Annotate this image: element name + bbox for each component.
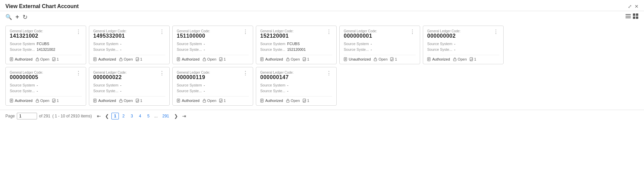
edit-num: 1 <box>57 99 59 103</box>
card-footer: Authorized Open 1 <box>260 55 332 61</box>
edit-icon <box>303 57 307 61</box>
edit-icon <box>52 57 56 61</box>
card-menu-button[interactable]: ⋮ <box>326 71 332 76</box>
page-2-btn[interactable]: 2 <box>120 113 127 119</box>
gl-label: General Ledger Code: <box>260 71 294 74</box>
close-icon[interactable]: ✕ <box>635 4 639 9</box>
page-input[interactable] <box>17 113 37 119</box>
source-syste-label: Source Syste... <box>260 47 287 52</box>
view-toggle <box>625 13 639 21</box>
source-system-val: FCUBS <box>287 41 300 47</box>
last-page-btn[interactable]: ⇥ <box>180 113 188 119</box>
page-header: View External Chart Account ⤢ ✕ <box>0 0 644 11</box>
card-menu-button[interactable]: ⋮ <box>75 29 82 35</box>
svg-rect-47 <box>36 100 39 102</box>
edit-badge: 1 <box>219 99 226 103</box>
gl-label: General Ledger Code: <box>10 29 43 33</box>
card-0-5: General Ledger Code: 000000002 ⋮ Source … <box>423 26 504 64</box>
source-system-val: - <box>120 82 122 88</box>
card-0-3: General Ledger Code: 152120001 ⋮ Source … <box>256 26 337 64</box>
status-text: Authorized <box>265 99 283 103</box>
edit-icon <box>52 99 56 103</box>
next-page-btn[interactable]: ❯ <box>172 113 180 119</box>
lock-icon <box>35 57 39 61</box>
card-footer: Authorized Open 1 <box>10 55 82 61</box>
card-info: Source System - Source Syste... - <box>93 82 165 94</box>
lock-icon <box>286 57 290 61</box>
doc-icon <box>10 57 14 61</box>
page-5-btn[interactable]: 5 <box>145 113 152 119</box>
card-menu-button[interactable]: ⋮ <box>493 29 499 35</box>
card-1-0: General Ledger Code: 000000005 ⋮ Source … <box>5 67 86 106</box>
doc-icon <box>427 57 431 61</box>
doc-icon <box>93 57 97 61</box>
status-text: Authorized <box>98 99 116 103</box>
gl-code: 141321002 <box>10 33 38 39</box>
page-title: View External Chart Account <box>5 3 79 9</box>
card-info: Source System - Source Syste... - <box>93 41 165 52</box>
card-menu-button[interactable]: ⋮ <box>159 29 165 35</box>
svg-rect-17 <box>120 59 122 61</box>
page-dots: ... <box>153 113 159 119</box>
edit-num: 1 <box>140 57 142 61</box>
card-row-1: General Ledger Code: 000000005 ⋮ Source … <box>5 67 639 106</box>
gl-label: General Ledger Code: <box>260 29 294 33</box>
status-text: Authorized <box>98 57 116 61</box>
doc-icon <box>177 99 181 103</box>
card-menu-button[interactable]: ⋮ <box>326 29 332 35</box>
lock-icon <box>286 99 290 103</box>
page-3-btn[interactable]: 3 <box>128 113 136 119</box>
source-system-val: - <box>371 41 372 47</box>
lock-icon <box>119 57 123 61</box>
lock-icon <box>202 99 206 103</box>
gl-label: General Ledger Code: <box>344 29 377 33</box>
card-1-2: General Ledger Code: 000000119 ⋮ Source … <box>172 67 253 106</box>
card-menu-button[interactable]: ⋮ <box>242 71 249 76</box>
source-system-label: Source System <box>93 82 120 88</box>
search-icon[interactable]: 🔍 <box>5 14 12 20</box>
edit-badge: 1 <box>52 99 59 103</box>
doc-icon <box>177 57 181 61</box>
card-info: Source System - Source Syste... - <box>260 82 332 94</box>
doc-icon <box>93 99 97 103</box>
grid-view-icon[interactable] <box>633 13 639 21</box>
source-syste-val: 141321002 <box>37 47 55 52</box>
refresh-icon[interactable]: ↻ <box>23 13 28 21</box>
prev-page-btn[interactable]: ❮ <box>103 113 111 119</box>
lock-text: Open <box>124 57 133 61</box>
card-info: Source System - Source Syste... - <box>177 82 249 94</box>
source-system-label: Source System <box>93 41 120 47</box>
edit-icon <box>136 57 140 61</box>
card-footer: Authorized Open 1 <box>260 96 332 103</box>
card-menu-button[interactable]: ⋮ <box>75 71 82 76</box>
add-icon[interactable]: + <box>15 13 19 21</box>
source-system-val: - <box>37 82 38 88</box>
status-badge: Authorized <box>260 99 283 103</box>
page-291-btn[interactable]: 291 <box>160 113 172 119</box>
status-badge: Authorized <box>177 99 200 103</box>
edit-badge: 1 <box>52 57 59 61</box>
first-page-btn[interactable]: ⇤ <box>95 113 103 119</box>
lock-icon <box>373 57 377 61</box>
edit-icon <box>219 57 223 61</box>
list-view-icon[interactable] <box>625 13 631 21</box>
expand-icon[interactable]: ⤢ <box>628 4 632 9</box>
source-system-label: Source System <box>260 82 287 88</box>
card-menu-button[interactable]: ⋮ <box>409 29 416 35</box>
card-menu-button[interactable]: ⋮ <box>159 71 165 76</box>
card-header: General Ledger Code: 000000001 ⋮ <box>344 29 416 39</box>
lock-text: Open <box>207 99 216 103</box>
card-menu-button[interactable]: ⋮ <box>242 29 249 35</box>
lock-text: Open <box>40 99 49 103</box>
card-header: General Ledger Code: 1495332001 ⋮ <box>93 29 165 39</box>
page-4-btn[interactable]: 4 <box>136 113 144 119</box>
lock-badge: Open <box>119 99 133 103</box>
source-syste-val: - <box>287 88 289 94</box>
of-label: of 291 <box>39 114 50 118</box>
svg-rect-53 <box>120 100 122 102</box>
source-system-val: - <box>204 41 205 47</box>
page-1-btn[interactable]: 1 <box>111 113 119 119</box>
source-syste-label: Source Syste... <box>93 47 120 52</box>
card-info: Source System - Source Syste... - <box>10 82 82 94</box>
source-syste-val: - <box>120 88 122 94</box>
